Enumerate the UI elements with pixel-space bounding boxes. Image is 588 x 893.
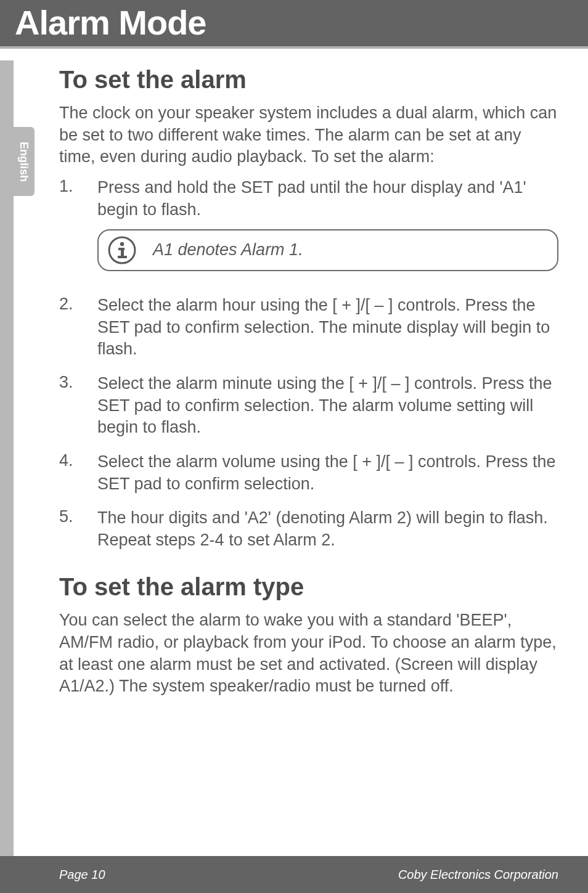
step-text: Select the alarm minute using the [ + ]/… <box>97 373 558 439</box>
section-heading-set-alarm: To set the alarm <box>59 66 558 94</box>
step-text: Select the alarm volume using the [ + ]/… <box>97 451 558 495</box>
info-icon <box>107 235 137 265</box>
svg-rect-4 <box>118 256 127 258</box>
page-header: Alarm Mode <box>0 0 588 46</box>
set-alarm-intro: The clock on your speaker system include… <box>59 102 558 168</box>
svg-rect-3 <box>121 248 124 257</box>
footer-company: Coby Electronics Corporation <box>398 868 558 882</box>
step-number: 2. <box>59 295 97 361</box>
set-alarm-steps: 1. Press and hold the SET pad until the … <box>59 177 558 552</box>
set-alarm-type-intro: You can select the alarm to wake you wit… <box>59 610 558 698</box>
step-3: 3. Select the alarm minute using the [ +… <box>59 373 558 439</box>
page-footer: Page 10 Coby Electronics Corporation <box>0 856 588 893</box>
side-bar <box>0 60 14 893</box>
step-text: The hour digits and 'A2' (denoting Alarm… <box>97 507 558 551</box>
info-callout: A1 denotes Alarm 1. <box>97 229 558 271</box>
info-text: A1 denotes Alarm 1. <box>153 239 303 261</box>
step-number: 1. <box>59 177 97 282</box>
step-4: 4. Select the alarm volume using the [ +… <box>59 451 558 495</box>
step-number: 4. <box>59 451 97 495</box>
footer-page-label: Page 10 <box>59 868 105 882</box>
step-5: 5. The hour digits and 'A2' (denoting Al… <box>59 507 558 551</box>
section-heading-set-alarm-type: To set the alarm type <box>59 573 558 601</box>
language-tab-label: English <box>17 141 30 181</box>
content-area: To set the alarm The clock on your speak… <box>0 49 588 698</box>
step-2: 2. Select the alarm hour using the [ + ]… <box>59 295 558 361</box>
step-text: Select the alarm hour using the [ + ]/[ … <box>97 295 558 361</box>
step-text: Press and hold the SET pad until the hou… <box>97 178 526 219</box>
language-tab: English <box>12 127 35 196</box>
step-number: 3. <box>59 373 97 439</box>
svg-point-1 <box>120 242 124 246</box>
step-body: Press and hold the SET pad until the hou… <box>97 177 558 282</box>
step-number: 5. <box>59 507 97 551</box>
step-1: 1. Press and hold the SET pad until the … <box>59 177 558 282</box>
page-title: Alarm Mode <box>15 3 206 42</box>
